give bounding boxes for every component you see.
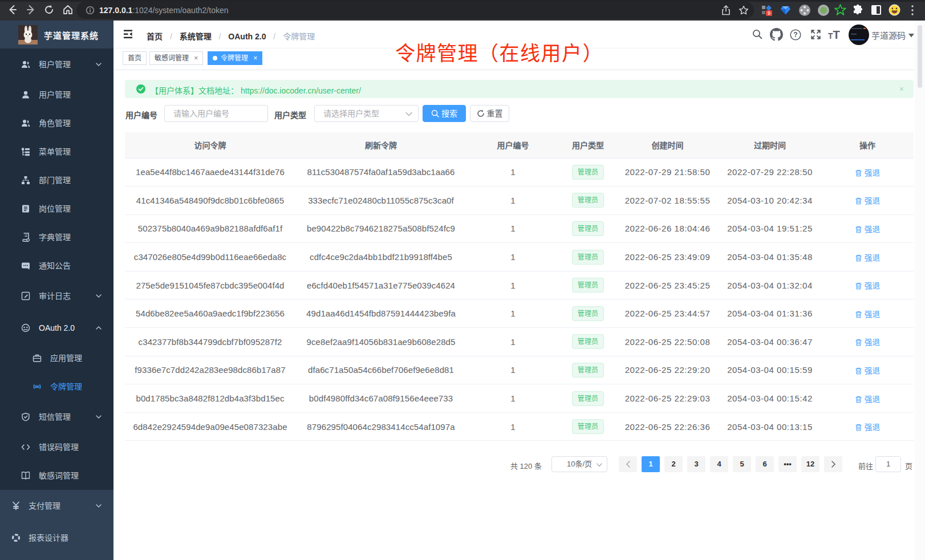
svg-text:9: 9 (768, 10, 770, 16)
svg-text:?: ? (793, 31, 797, 39)
